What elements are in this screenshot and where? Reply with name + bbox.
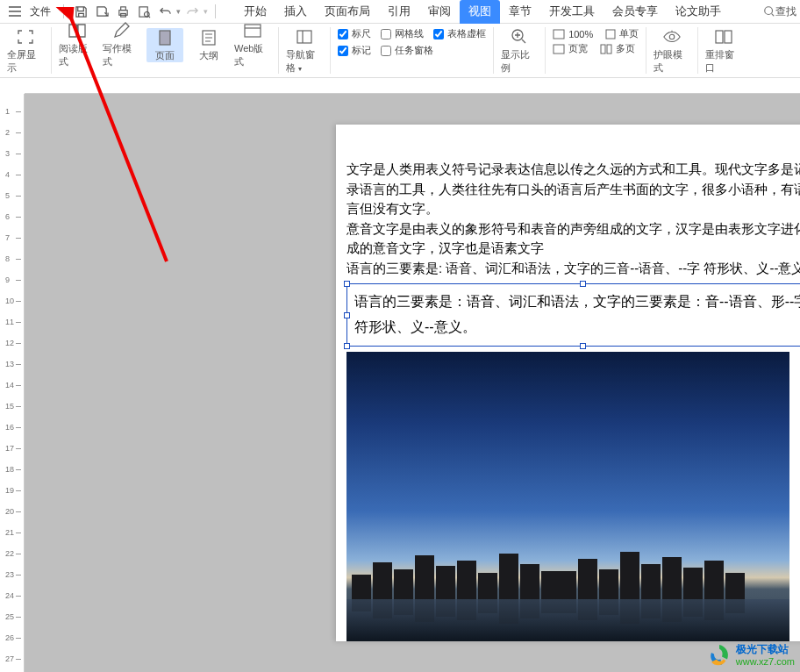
navpane-icon — [295, 27, 314, 46]
tablevirt-checkbox[interactable] — [433, 29, 444, 39]
fullscreen-button[interactable]: 全屏显示 — [7, 27, 44, 75]
embedded-image[interactable] — [346, 352, 789, 641]
hamburger-icon[interactable] — [7, 4, 23, 19]
tab-pagelayout[interactable]: 页面布局 — [316, 0, 379, 24]
tab-chapter[interactable]: 章节 — [500, 0, 540, 24]
outline-icon — [199, 28, 218, 47]
eyecare-button[interactable]: 护眼模式 — [654, 27, 690, 75]
page-icon — [155, 28, 175, 47]
watermark-logo-icon — [706, 642, 732, 668]
svg-rect-15 — [607, 45, 611, 54]
svg-rect-9 — [297, 31, 311, 43]
svg-point-16 — [670, 34, 675, 39]
web-view-button[interactable]: Web版式 — [234, 21, 271, 68]
paragraph-2: 意音文字是由表义的象形符号和表音的声旁组成的文字，汉字是由表形文字进化成的意音文… — [346, 219, 800, 259]
svg-rect-12 — [606, 30, 615, 39]
svg-point-5 — [765, 7, 773, 15]
undo-icon[interactable] — [156, 3, 174, 20]
redo-dropdown-icon[interactable]: ▾ — [204, 7, 208, 16]
selected-textbox[interactable]: 语言的三要素是：语音、词汇和语法，文字的三要素是：音--语音、形--字符形状、义… — [346, 283, 800, 347]
document-page: 文字是人类用表义符号记录表达信息以传之久远的方式和工具。现代文字多是记录语言的工… — [336, 125, 800, 641]
svg-rect-17 — [716, 31, 723, 43]
zoom-icon — [510, 27, 529, 46]
paragraph-1: 文字是人类用表义符号记录表达信息以传之久远的方式和工具。现代文字多是记录语言的工… — [346, 160, 800, 219]
reading-mode-button[interactable]: 阅读版式 — [59, 21, 96, 68]
taskpane-checkbox[interactable] — [381, 46, 391, 56]
tab-review[interactable]: 审阅 — [419, 0, 460, 24]
gridlines-checkbox[interactable] — [381, 29, 391, 39]
undo-dropdown-icon[interactable]: ▾ — [176, 7, 181, 16]
svg-rect-1 — [120, 6, 125, 10]
redo-icon[interactable] — [183, 3, 201, 20]
ribbon: 全屏显示 阅读版式 写作模式 页面 大纲 Web版式 — [0, 24, 800, 78]
fullscreen-icon — [16, 27, 35, 46]
horizontal-ruler — [25, 78, 800, 94]
document-canvas[interactable]: 文字是人类用表义符号记录表达信息以传之久远的方式和工具。现代文字多是记录语言的工… — [25, 94, 800, 672]
search-label: 查找 — [775, 4, 796, 19]
nav-pane-button[interactable]: 导航窗格 ▾ — [286, 27, 323, 75]
paragraph-3: 语言的三要素是: 语音、词汇和语法，文字的三音--语音、--字 符形状、义--意… — [346, 259, 800, 279]
svg-rect-11 — [554, 30, 564, 39]
tab-start[interactable]: 开始 — [235, 0, 275, 24]
svg-rect-13 — [554, 45, 564, 54]
vertical-ruler: 1234567891011121314151617181920212223242… — [0, 94, 25, 672]
page-width-button[interactable]: 页宽 多页 — [553, 42, 639, 55]
eye-icon — [662, 27, 682, 46]
file-menu[interactable]: 文件 — [30, 4, 51, 19]
svg-rect-14 — [601, 45, 605, 54]
svg-rect-6 — [160, 31, 170, 45]
tab-view[interactable]: 视图 — [460, 0, 500, 24]
tab-thesis[interactable]: 论文助手 — [667, 0, 730, 24]
svg-rect-8 — [245, 25, 261, 37]
watermark: 极光下载站 www.xz7.com — [706, 642, 795, 668]
pencil-icon — [111, 21, 131, 40]
ruler-checkbox[interactable] — [338, 29, 348, 39]
page-view-button[interactable]: 页面 — [146, 28, 183, 62]
watermark-title: 极光下载站 — [736, 644, 795, 655]
print-preview-icon[interactable] — [135, 3, 153, 20]
writing-mode-button[interactable]: 写作模式 — [103, 21, 139, 68]
zoom-100-button[interactable]: 100% 单页 — [553, 27, 639, 40]
show-scale-button[interactable]: 显示比例 — [501, 27, 538, 75]
watermark-url: www.xz7.com — [736, 656, 795, 667]
tab-devtools[interactable]: 开发工具 — [540, 0, 604, 24]
outline-view-button[interactable]: 大纲 — [190, 28, 227, 62]
tab-insert[interactable]: 插入 — [275, 0, 316, 24]
tab-references[interactable]: 引用 — [379, 0, 419, 24]
rearrange-button[interactable]: 重排窗口 — [705, 27, 742, 75]
markup-checkbox[interactable] — [338, 46, 348, 56]
svg-rect-18 — [725, 31, 732, 43]
save-icon[interactable] — [72, 3, 89, 20]
search-area[interactable]: 查找 — [763, 4, 800, 19]
windows-icon — [714, 27, 733, 46]
print-icon[interactable] — [114, 3, 132, 20]
ribbon-tabs: 开始 插入 页面布局 引用 审阅 视图 章节 开发工具 会员专享 论文助手 — [235, 0, 761, 24]
book-icon — [68, 21, 87, 40]
tab-member[interactable]: 会员专享 — [604, 0, 667, 24]
web-icon — [243, 21, 262, 40]
menubar: 文件 ▾ ▾ 开始 插入 页面布局 引用 审阅 视图 章节 开发工具 会员专享 … — [0, 0, 800, 24]
save-as-icon[interactable] — [93, 3, 111, 20]
